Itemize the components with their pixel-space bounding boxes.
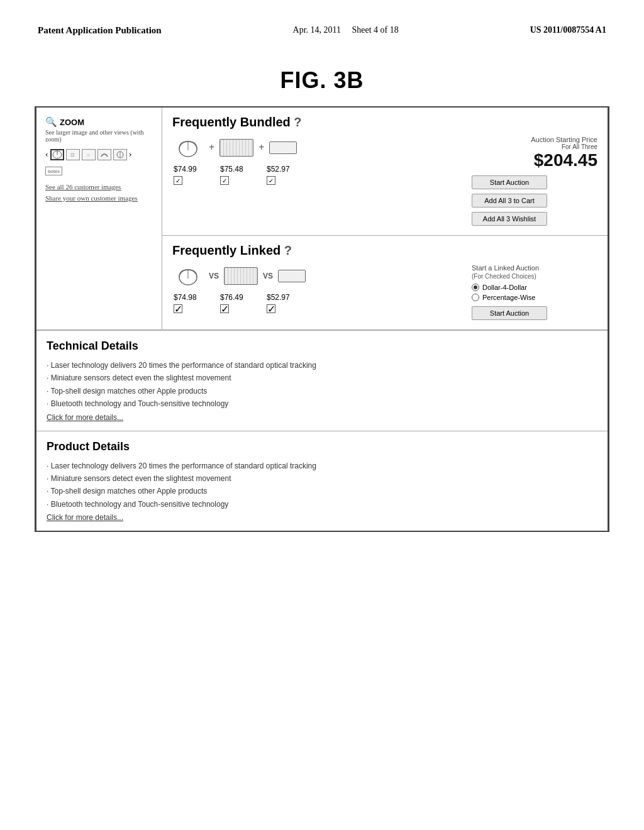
zoom-links: See all 26 customer images Share your ow… [45, 182, 155, 204]
radio-percentage[interactable]: Percentage-Wise [472, 294, 597, 301]
product-details-section: Product Details · Laser technology deliv… [36, 431, 608, 531]
linked-product-2 [224, 267, 258, 285]
radio-dollar[interactable]: Dollar-4-Dollar [472, 284, 597, 291]
radio-percentage-label: Percentage-Wise [482, 294, 535, 301]
bundled-auction-price: $204.45 [472, 150, 597, 170]
thumbnail-3[interactable]: ○ [82, 149, 96, 160]
bundled-content: + + $74.99 [172, 136, 597, 228]
product-more-link[interactable]: Click for more details... [47, 513, 597, 522]
add-all-wishlist-button[interactable]: Add All 3 Wishlist [472, 212, 547, 226]
product-bullet-4: · Bluetooth technology and Touch-sensiti… [47, 498, 597, 511]
product-bullet-3: · Top-shell design matches other Apple p… [47, 485, 597, 497]
linked-left: VS VS $74.98 [172, 264, 465, 313]
linked-title: Frequently Linked ? [172, 243, 597, 258]
linked-right-panel: Start a Linked Auction (For Checked Choi… [472, 264, 597, 322]
radio-dollar-label: Dollar-4-Dollar [482, 284, 527, 291]
top-section: 🔍 ZOOM See larger image and other views … [36, 108, 608, 330]
zoom-subtitle: See larger image and other views (with z… [45, 129, 155, 143]
right-panel: Frequently Bundled ? [162, 108, 608, 329]
vs-text-2: VS [263, 272, 273, 280]
technical-details-list: · Laser technology delivers 20 times the… [47, 359, 597, 411]
bundled-product-1 [172, 136, 204, 160]
bundled-checkboxes-row: ✓ ✓ ✓ [172, 176, 465, 185]
bundled-price-2: $75.48 [220, 165, 252, 174]
thumbnail-5[interactable] [113, 149, 127, 160]
bundled-auction-sub: For All Three [472, 143, 597, 150]
linked-product-1 [172, 264, 204, 288]
thumb-prev-arrow[interactable]: ‹ [45, 150, 48, 160]
thumbnail-1[interactable] [50, 149, 64, 160]
linked-price-3: $52.97 [267, 293, 298, 302]
product-bullet-2: · Miniature sensors detect even the slig… [47, 472, 597, 485]
thumbnail-2[interactable]: ⊡ [66, 149, 80, 160]
header-sheet: Sheet 4 of 18 [352, 25, 399, 35]
technical-details-title: Technical Details [47, 340, 597, 353]
figure-title: FIG. 3B [0, 67, 644, 94]
thumbnail-row: ‹ ⊡ ○ [45, 149, 155, 160]
linked-content: VS VS $74.98 [172, 264, 597, 322]
zoom-link-1[interactable]: See all 26 customer images [45, 182, 155, 193]
bundled-plus-1: + [209, 142, 214, 153]
bundled-question-mark[interactable]: ? [294, 115, 301, 129]
radio-dollar-circle [472, 284, 479, 291]
add-all-cart-button[interactable]: Add All 3 to Cart [472, 194, 547, 208]
bundled-auction-label: Auction Starting Price [472, 136, 597, 143]
bundled-checkbox-3[interactable]: ✓ [267, 176, 298, 185]
zoom-label: ZOOM [60, 118, 84, 127]
bundled-left: + + $74.99 [172, 136, 465, 185]
zoom-panel: 🔍 ZOOM See larger image and other views … [36, 108, 162, 329]
radio-percentage-circle [472, 294, 479, 301]
zoom-icon: 🔍 [45, 116, 57, 128]
header-center: Apr. 14, 2011 Sheet 4 of 18 [293, 25, 399, 35]
bundled-checkbox-2[interactable]: ✓ [220, 176, 252, 185]
linked-question-mark[interactable]: ? [284, 243, 292, 257]
zoom-title: 🔍 ZOOM [45, 116, 155, 128]
product-details-title: Product Details [47, 440, 597, 453]
bundled-price-1: $74.99 [174, 165, 205, 174]
product-details-list: · Laser technology delivers 20 times the… [47, 460, 597, 511]
bundled-right-panel: Auction Starting Price For All Three $20… [472, 136, 597, 228]
linked-auction-label: Start a Linked Auction [472, 264, 597, 272]
product-bullet-1: · Laser technology delivers 20 times the… [47, 460, 597, 472]
header-date: Apr. 14, 2011 [293, 25, 341, 35]
technical-details-section: Technical Details · Laser technology del… [36, 330, 608, 431]
linked-auction-sub: (For Checked Choices) [472, 273, 597, 280]
technical-bullet-4: · Bluetooth technology and Touch-sensiti… [47, 397, 597, 410]
thumbnail-4[interactable] [97, 149, 111, 160]
bundled-items-row: + + [172, 136, 465, 160]
zoom-link-2[interactable]: Share your own customer images [45, 193, 155, 204]
start-auction-button-bundled[interactable]: Start Auction [472, 175, 547, 189]
linked-checkboxes-row: ✓ ✓ ✓ [172, 304, 465, 313]
linked-product-3 [278, 270, 306, 282]
technical-more-link[interactable]: Click for more details... [47, 413, 597, 422]
bundled-price-3: $52.97 [267, 165, 298, 174]
technical-bullet-1: · Laser technology delivers 20 times the… [47, 359, 597, 372]
patent-header: Patent Application Publication Apr. 14, … [0, 0, 644, 48]
technical-bullet-3: · Top-shell design matches other Apple p… [47, 385, 597, 397]
bundled-product-2 [219, 139, 253, 157]
header-left: Patent Application Publication [38, 25, 162, 36]
technical-bullet-2: · Miniature sensors detect even the slig… [47, 372, 597, 384]
bundled-prices-row: $74.99 $75.48 $52.97 [172, 165, 465, 174]
start-auction-button-linked[interactable]: Start Auction [472, 306, 547, 320]
header-right: US 2011/0087554 A1 [530, 25, 606, 35]
linked-price-1: $74.98 [174, 293, 205, 302]
linked-checkbox-1[interactable]: ✓ [174, 304, 205, 313]
linked-checkbox-3[interactable]: ✓ [267, 304, 298, 313]
bundled-checkbox-1[interactable]: ✓ [174, 176, 205, 185]
linked-section: Frequently Linked ? [162, 236, 608, 329]
bundled-title: Frequently Bundled ? [172, 115, 597, 130]
linked-price-2: $76.49 [220, 293, 252, 302]
linked-items-row: VS VS [172, 264, 465, 288]
vs-text-1: VS [209, 272, 219, 280]
linked-checkbox-2[interactable]: ✓ [220, 304, 252, 313]
bundled-section: Frequently Bundled ? [162, 108, 608, 236]
bundled-plus-2: + [258, 142, 264, 153]
bundled-product-3 [269, 141, 297, 154]
thumb-next-arrow[interactable]: › [129, 150, 132, 160]
linked-prices-row: $74.98 $76.49 $52.97 [172, 293, 465, 302]
notes-label: notes [45, 164, 155, 175]
